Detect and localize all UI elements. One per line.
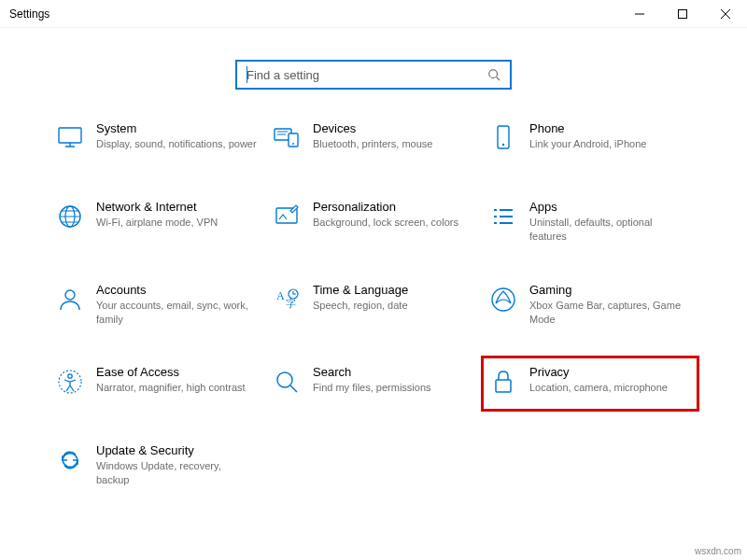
tile-sub: Windows Update, recovery, backup	[96, 459, 257, 487]
window-title: Settings	[9, 7, 49, 21]
system-icon	[53, 121, 87, 155]
tile-sub: Wi-Fi, airplane mode, VPN	[96, 216, 257, 230]
tile-sub: Narrator, magnifier, high contrast	[96, 381, 257, 395]
tile-sub: Find my files, permissions	[313, 381, 473, 395]
watermark: wsxdn.com	[695, 546, 741, 556]
svg-point-11	[65, 290, 75, 300]
time-language-icon: A字	[270, 283, 303, 316]
tile-sub: Speech, region, date	[313, 299, 473, 313]
phone-icon	[486, 121, 520, 155]
tile-personalization[interactable]: Personalization Background, lock screen,…	[266, 192, 481, 249]
svg-point-5	[292, 143, 294, 145]
minimize-icon	[635, 9, 644, 19]
tile-title: Time & Language	[313, 283, 473, 297]
tile-title: Devices	[313, 121, 473, 135]
tile-title: System	[96, 121, 257, 135]
svg-text:字: 字	[286, 298, 296, 309]
tile-title: Privacy	[529, 365, 690, 379]
svg-point-17	[68, 374, 72, 378]
tile-search[interactable]: Search Find my files, permissions	[266, 357, 481, 410]
text-caret	[247, 66, 247, 83]
tile-title: Personalization	[313, 200, 473, 214]
gaming-icon	[486, 283, 520, 316]
tile-title: Network & Internet	[96, 200, 257, 214]
tile-accounts[interactable]: Accounts Your accounts, email, sync, wor…	[49, 275, 264, 332]
search-input[interactable]	[247, 68, 487, 82]
search-area	[0, 60, 747, 90]
apps-icon	[486, 200, 520, 233]
tile-apps[interactable]: Apps Uninstall, defaults, optional featu…	[483, 192, 698, 249]
tile-sub: Bluetooth, printers, mouse	[313, 137, 473, 151]
close-icon	[721, 9, 730, 19]
tile-title: Gaming	[529, 283, 690, 297]
tile-sub: Link your Android, iPhone	[529, 137, 690, 151]
svg-rect-2	[59, 128, 81, 143]
devices-icon	[270, 121, 303, 155]
globe-icon	[53, 200, 87, 233]
tile-title: Ease of Access	[96, 365, 257, 379]
tile-sub: Location, camera, microphone	[529, 381, 690, 395]
tile-system[interactable]: System Display, sound, notifications, po…	[49, 114, 264, 166]
settings-grid: System Display, sound, notifications, po…	[0, 114, 747, 493]
tile-ease[interactable]: Ease of Access Narrator, magnifier, high…	[49, 357, 264, 410]
tile-phone[interactable]: Phone Link your Android, iPhone	[483, 114, 698, 166]
svg-point-1	[489, 70, 498, 78]
svg-text:A: A	[276, 289, 285, 302]
tile-title: Update & Security	[96, 443, 257, 457]
window-controls	[618, 0, 747, 27]
search-box[interactable]	[235, 60, 512, 90]
tile-privacy[interactable]: Privacy Location, camera, microphone	[483, 357, 698, 410]
tile-title: Phone	[529, 121, 690, 135]
tile-title: Search	[313, 365, 473, 379]
tile-sub: Display, sound, notifications, power	[96, 137, 257, 151]
maximize-icon	[678, 9, 687, 19]
tile-gaming[interactable]: Gaming Xbox Game Bar, captures, Game Mod…	[483, 275, 698, 332]
update-icon	[53, 443, 87, 477]
close-button[interactable]	[704, 0, 747, 27]
tile-sub: Your accounts, email, sync, work, family	[96, 299, 257, 327]
ease-of-access-icon	[53, 365, 87, 399]
tile-time[interactable]: A字 Time & Language Speech, region, date	[266, 275, 481, 332]
minimize-button[interactable]	[618, 0, 661, 27]
svg-rect-0	[679, 9, 687, 18]
titlebar: Settings	[0, 0, 747, 28]
svg-rect-19	[496, 380, 511, 392]
tile-network[interactable]: Network & Internet Wi-Fi, airplane mode,…	[49, 192, 264, 249]
tile-sub: Uninstall, defaults, optional features	[529, 216, 690, 244]
search-icon	[487, 68, 500, 81]
tile-title: Accounts	[96, 283, 257, 297]
search-tile-icon	[270, 365, 303, 399]
lock-icon	[486, 365, 520, 399]
tile-sub: Xbox Game Bar, captures, Game Mode	[529, 299, 690, 327]
accounts-icon	[53, 283, 87, 316]
svg-point-7	[502, 144, 504, 146]
personalization-icon	[270, 200, 303, 233]
tile-sub: Background, lock screen, colors	[313, 216, 473, 230]
tile-devices[interactable]: Devices Bluetooth, printers, mouse	[266, 114, 481, 166]
tile-update[interactable]: Update & Security Windows Update, recove…	[49, 436, 264, 493]
tile-title: Apps	[529, 200, 690, 214]
maximize-button[interactable]	[661, 0, 704, 27]
svg-point-18	[277, 372, 292, 387]
